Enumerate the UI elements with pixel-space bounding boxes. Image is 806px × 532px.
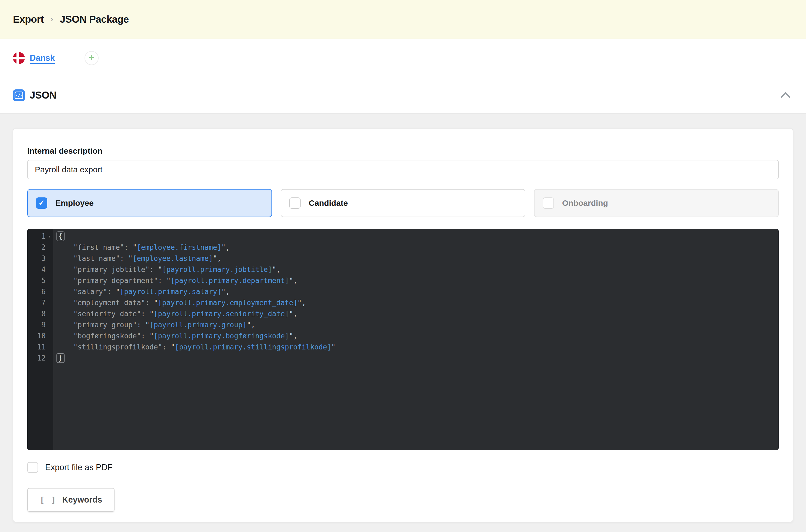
json-code-icon: ‹/›: [13, 89, 25, 101]
language-bar: Dansk +: [0, 39, 806, 77]
code-line: 1▾{: [27, 231, 779, 242]
check-icon: ✓: [38, 199, 44, 207]
main-content: Internal description ✓ Employee Candidat…: [0, 114, 806, 531]
code-editor[interactable]: 1▾{2 "first name": "[employee.firstname]…: [27, 229, 779, 450]
collapse-section-button[interactable]: [780, 92, 791, 99]
internal-description-label: Internal description: [27, 146, 779, 155]
danish-flag-icon: [13, 52, 25, 64]
json-section-header: ‹/› JSON: [0, 77, 806, 114]
onboarding-checkbox[interactable]: [543, 197, 554, 209]
code-line: 11 "stillingsprofilkode": "[payroll.prim…: [27, 341, 779, 353]
breadcrumb: Export › JSON Package: [13, 14, 129, 25]
code-line: 12}: [27, 353, 779, 363]
code-line: 7 "employment data": "[payroll.primary.e…: [27, 297, 779, 308]
add-language-button[interactable]: +: [85, 51, 99, 65]
type-card-candidate[interactable]: Candidate: [281, 189, 525, 217]
code-line: 3 "last name": "[employee.lastname]",: [27, 253, 779, 264]
export-pdf-checkbox[interactable]: [27, 462, 38, 473]
internal-description-input[interactable]: [27, 160, 779, 179]
breadcrumb-separator-icon: ›: [50, 14, 53, 24]
code-line: 9 "primary group": "[payroll.primary.gro…: [27, 319, 779, 330]
candidate-checkbox[interactable]: [289, 197, 301, 209]
code-line: 4 "primary jobtitle": "[payroll.primary.…: [27, 264, 779, 275]
language-link-dansk[interactable]: Dansk: [30, 53, 55, 63]
brackets-icon: [ ]: [40, 495, 57, 505]
code-line: 5 "primary department": "[payroll.primar…: [27, 275, 779, 286]
fold-caret-icon[interactable]: ▾: [46, 233, 53, 239]
type-label-candidate: Candidate: [309, 198, 348, 208]
chevron-up-icon: [780, 92, 791, 99]
code-lines: 1▾{2 "first name": "[employee.firstname]…: [27, 229, 779, 363]
keywords-button[interactable]: [ ] Keywords: [27, 488, 114, 512]
breadcrumb-item-export[interactable]: Export: [13, 14, 44, 25]
code-line: 6 "salary": "[payroll.primary.salary]",: [27, 286, 779, 297]
export-pdf-row: Export file as PDF: [27, 462, 779, 473]
export-type-row: ✓ Employee Candidate Onboarding: [27, 189, 779, 217]
type-card-employee[interactable]: ✓ Employee: [27, 189, 272, 217]
type-label-employee: Employee: [55, 198, 94, 208]
employee-checkbox[interactable]: ✓: [36, 197, 47, 209]
section-title: JSON: [30, 90, 56, 101]
code-line: 2 "first name": "[employee.firstname]",: [27, 242, 779, 253]
plus-icon: +: [89, 52, 95, 63]
keywords-button-label: Keywords: [62, 495, 102, 505]
breadcrumb-item-json-package: JSON Package: [60, 14, 129, 25]
type-card-onboarding[interactable]: Onboarding: [534, 189, 779, 217]
breadcrumb-banner: Export › JSON Package: [0, 0, 806, 39]
export-settings-card: Internal description ✓ Employee Candidat…: [13, 128, 793, 522]
type-label-onboarding: Onboarding: [562, 198, 608, 208]
code-line: 8 "seniority date": "[payroll.primary.se…: [27, 308, 779, 319]
code-line: 10 "bogføringskode": "[payroll.primary.b…: [27, 330, 779, 341]
export-pdf-label: Export file as PDF: [45, 462, 113, 472]
